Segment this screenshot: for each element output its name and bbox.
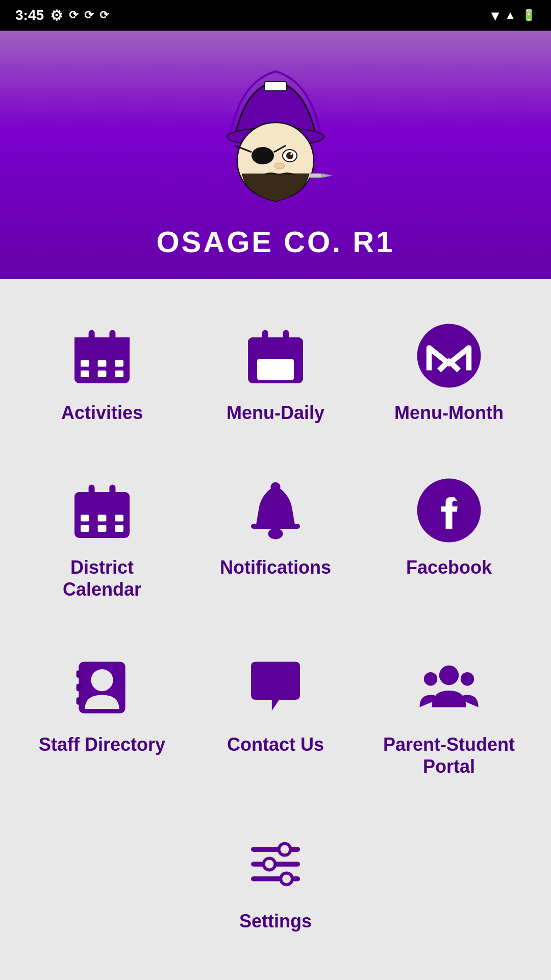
activities-label: Activities xyxy=(61,402,143,424)
settings-icon-wrapper xyxy=(240,828,311,900)
menu-month-label: Menu-Month xyxy=(394,402,504,424)
svg-rect-21 xyxy=(81,371,89,377)
sliders-icon xyxy=(245,834,306,895)
svg-rect-20 xyxy=(115,360,123,366)
svg-point-9 xyxy=(274,163,285,169)
svg-rect-32 xyxy=(89,485,95,498)
svg-point-51 xyxy=(424,672,437,685)
svg-rect-18 xyxy=(81,360,89,366)
facebook-label: Facebook xyxy=(406,556,492,578)
notifications-icon-wrapper xyxy=(240,475,311,546)
settings-button[interactable]: Settings xyxy=(204,818,347,942)
staff-directory-label: Staff Directory xyxy=(39,733,165,755)
svg-rect-49 xyxy=(77,697,82,704)
settings-icon: ⚙ xyxy=(50,7,63,24)
grid-row-1: Activities Menu-Daily xyxy=(15,300,536,444)
logo-container xyxy=(199,51,352,219)
menu-daily-button[interactable]: Menu-Daily xyxy=(204,310,347,434)
activities-button[interactable]: Activities xyxy=(31,310,173,434)
chat-bubble-icon xyxy=(245,657,306,718)
staff-directory-button[interactable]: Staff Directory xyxy=(31,642,173,766)
svg-rect-16 xyxy=(89,330,95,344)
monero-circle-icon xyxy=(416,323,482,389)
svg-rect-53 xyxy=(251,847,300,852)
svg-rect-42 xyxy=(251,524,300,529)
time-display: 3:45 xyxy=(15,7,44,23)
header-banner: OSAGE CO. R1 xyxy=(0,31,551,279)
status-bar: 3:45 ⚙ ⟳ ⟳ ⟳ ▾ ▲ 🔋 xyxy=(0,0,551,31)
svg-point-7 xyxy=(286,152,293,159)
grid-row-2: DistrictCalendar Notifications xyxy=(15,454,536,621)
svg-rect-34 xyxy=(81,515,89,522)
svg-point-3 xyxy=(252,147,274,164)
settings-label: Settings xyxy=(239,910,312,932)
svg-point-58 xyxy=(265,860,274,869)
svg-marker-11 xyxy=(321,174,332,178)
facebook-button[interactable]: Facebook xyxy=(378,464,520,589)
svg-rect-25 xyxy=(248,337,303,356)
svg-rect-1 xyxy=(264,82,287,91)
grid-row-4: Settings xyxy=(15,808,536,952)
status-left: 3:45 ⚙ ⟳ ⟳ ⟳ xyxy=(15,7,109,24)
facebook-icon-wrapper xyxy=(413,475,485,546)
svg-point-50 xyxy=(439,665,459,684)
district-calendar-label: DistrictCalendar xyxy=(63,556,141,600)
district-calendar-button[interactable]: DistrictCalendar xyxy=(31,464,173,610)
district-calendar-icon xyxy=(71,480,133,541)
wifi-icon: ▾ xyxy=(491,7,498,24)
activities-icon-wrapper xyxy=(66,320,138,391)
menu-daily-icon-wrapper xyxy=(240,320,311,391)
svg-rect-37 xyxy=(81,525,89,532)
music-icon-1: ⟳ xyxy=(69,9,78,22)
notifications-button[interactable]: Notifications xyxy=(204,464,347,589)
svg-rect-31 xyxy=(74,492,130,510)
contact-book-icon xyxy=(71,657,133,718)
contact-us-button[interactable]: Contact Us xyxy=(204,642,347,766)
battery-icon: 🔋 xyxy=(522,9,536,22)
svg-rect-26 xyxy=(262,330,268,344)
district-calendar-icon-wrapper xyxy=(66,475,138,546)
calendar-day-icon xyxy=(245,325,306,386)
svg-rect-33 xyxy=(109,485,115,498)
bell-icon xyxy=(245,480,306,541)
contact-us-label: Contact Us xyxy=(227,733,324,755)
svg-rect-27 xyxy=(283,330,289,344)
svg-rect-38 xyxy=(98,525,107,532)
svg-rect-48 xyxy=(77,683,82,691)
svg-rect-23 xyxy=(115,371,123,377)
svg-point-41 xyxy=(272,484,279,491)
svg-point-8 xyxy=(290,153,292,155)
svg-rect-47 xyxy=(77,670,82,677)
notifications-label: Notifications xyxy=(220,556,331,578)
svg-rect-15 xyxy=(74,347,130,356)
group-icon xyxy=(418,657,480,718)
menu-month-icon-wrapper xyxy=(413,320,485,391)
svg-rect-19 xyxy=(98,360,107,366)
school-name: OSAGE CO. R1 xyxy=(157,225,395,259)
svg-point-61 xyxy=(282,874,291,883)
staff-directory-icon-wrapper xyxy=(66,652,138,723)
parent-student-portal-button[interactable]: Parent-StudentPortal xyxy=(378,642,520,788)
svg-point-46 xyxy=(91,669,113,691)
svg-rect-35 xyxy=(98,515,107,522)
facebook-circle-icon xyxy=(416,477,482,544)
main-content: Activities Menu-Daily xyxy=(0,279,551,980)
music-icon-2: ⟳ xyxy=(84,9,93,22)
svg-rect-17 xyxy=(109,330,115,344)
svg-rect-22 xyxy=(98,371,107,377)
menu-daily-label: Menu-Daily xyxy=(227,402,324,424)
parent-student-portal-label: Parent-StudentPortal xyxy=(383,733,515,777)
status-right: ▾ ▲ 🔋 xyxy=(491,7,536,24)
svg-rect-36 xyxy=(115,515,123,522)
svg-rect-39 xyxy=(115,525,123,532)
contact-us-icon-wrapper xyxy=(240,652,311,723)
grid-row-3: Staff Directory Contact Us xyxy=(15,631,536,798)
signal-icon: ▲ xyxy=(505,9,516,22)
svg-rect-28 xyxy=(257,359,294,380)
calendar-grid-icon xyxy=(71,325,133,386)
svg-point-43 xyxy=(268,528,283,540)
svg-point-52 xyxy=(461,672,474,685)
menu-month-button[interactable]: Menu-Month xyxy=(378,310,520,434)
music-icon-3: ⟳ xyxy=(99,9,109,22)
parent-student-portal-icon-wrapper xyxy=(413,652,485,723)
